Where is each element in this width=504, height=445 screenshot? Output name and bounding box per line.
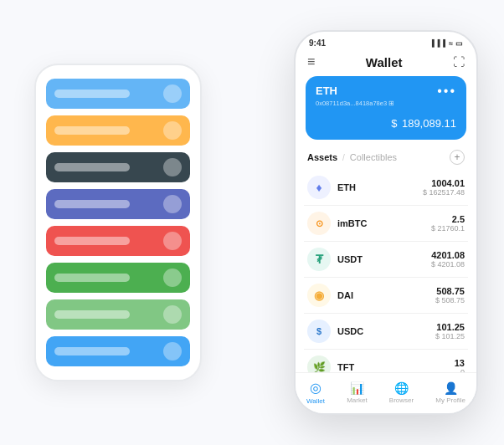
card-red[interactable] [46, 226, 190, 256]
market-nav-icon: 📊 [350, 381, 364, 395]
card-orange[interactable] [46, 115, 190, 146]
usdt-icon: ₮ [307, 248, 331, 271]
eth-name: ETH [337, 182, 416, 192]
eth-card-menu[interactable]: ••• [437, 84, 456, 98]
eth-currency-symbol: $ [391, 117, 397, 130]
nav-market[interactable]: 📊 Market [347, 381, 367, 404]
card-purple[interactable] [46, 189, 190, 219]
usdt-usd: $ 4201.08 [431, 260, 465, 269]
asset-list: ♦ ETH 1004.01 $ 162517.48 ⊙ imBTC 2.5 $ … [296, 170, 476, 372]
card-bar [54, 347, 130, 355]
dai-amount: 508.75 [435, 286, 465, 296]
eth-amount: 1004.01 [423, 178, 465, 188]
eth-amount-value: 189,089.11 [402, 117, 456, 130]
usdc-amount: 101.25 [435, 322, 465, 332]
card-icon [163, 121, 182, 140]
card-icon [163, 232, 182, 250]
tft-name: TFT [337, 362, 448, 372]
menu-icon[interactable]: ≡ [307, 54, 315, 69]
card-bar [54, 237, 130, 245]
dai-icon: ◉ [307, 284, 331, 307]
card-icon [163, 269, 182, 287]
asset-item-usdc[interactable]: $ USDC 101.25 $ 101.25 [304, 314, 468, 350]
battery-icon: ▭ [455, 39, 463, 48]
imbtc-amounts: 2.5 $ 21760.1 [431, 214, 465, 233]
assets-tabs: Assets / Collectibles [307, 152, 397, 162]
eth-amounts: 1004.01 $ 162517.48 [423, 178, 465, 197]
usdc-icon: $ [307, 320, 331, 343]
card-bar [54, 274, 130, 282]
wallet-nav-label: Wallet [306, 397, 325, 405]
status-bar: 9:41 ▐▐▐ ≈ ▭ [296, 32, 476, 51]
asset-item-tft[interactable]: 🌿 TFT 13 0 [304, 350, 468, 372]
eth-icon: ♦ [307, 176, 331, 199]
imbtc-name: imBTC [337, 218, 424, 228]
phone-header: ≡ Wallet ⛶ [296, 51, 476, 76]
usdt-amount: 4201.08 [431, 250, 465, 260]
tab-collectibles[interactable]: Collectibles [350, 152, 397, 162]
usdc-amounts: 101.25 $ 101.25 [435, 322, 465, 340]
usdt-amounts: 4201.08 $ 4201.08 [431, 250, 465, 269]
asset-item-imbtc[interactable]: ⊙ imBTC 2.5 $ 21760.1 [304, 206, 468, 242]
card-icon [163, 84, 182, 103]
eth-card-top: ETH ••• [316, 84, 456, 98]
status-icons: ▐▐▐ ≈ ▭ [429, 39, 463, 48]
bg-phone [34, 64, 202, 381]
card-blue[interactable] [46, 79, 190, 109]
eth-usd: $ 162517.48 [423, 188, 465, 197]
browser-nav-icon: 🌐 [394, 381, 409, 395]
eth-card-amount: $ 189,089.11 [316, 112, 456, 131]
tft-amounts: 13 0 [455, 358, 465, 372]
signal-icon: ▐▐▐ [429, 39, 446, 47]
asset-item-eth[interactable]: ♦ ETH 1004.01 $ 162517.48 [304, 170, 468, 206]
browser-nav-label: Browser [389, 396, 414, 404]
add-asset-button[interactable]: + [450, 150, 465, 165]
eth-card-title: ETH [316, 84, 337, 97]
card-lightblue[interactable] [46, 336, 190, 366]
asset-item-dai[interactable]: ◉ DAI 508.75 $ 508.75 [304, 278, 468, 314]
card-icon [163, 195, 182, 213]
profile-nav-icon: 👤 [444, 381, 458, 395]
card-bar [54, 90, 130, 98]
card-bar [54, 200, 130, 208]
imbtc-icon: ⊙ [307, 212, 331, 235]
dai-usd: $ 508.75 [435, 296, 465, 304]
usdt-name: USDT [337, 254, 424, 264]
tft-icon: 🌿 [307, 355, 331, 372]
scene: 9:41 ▐▐▐ ≈ ▭ ≡ Wallet ⛶ ETH ••• 0x08711d… [18, 18, 486, 427]
nav-browser[interactable]: 🌐 Browser [389, 381, 414, 404]
imbtc-amount: 2.5 [431, 214, 465, 224]
card-icon [163, 305, 182, 324]
card-bar [54, 126, 130, 135]
nav-wallet[interactable]: ◎ Wallet [306, 380, 325, 405]
nav-profile[interactable]: 👤 My Profile [435, 381, 465, 404]
card-icon [163, 158, 182, 176]
wifi-icon: ≈ [449, 39, 453, 48]
wallet-nav-icon: ◎ [310, 380, 321, 396]
asset-item-usdt[interactable]: ₮ USDT 4201.08 $ 4201.08 [304, 242, 468, 278]
tab-divider: / [342, 153, 345, 162]
imbtc-usd: $ 21760.1 [431, 224, 465, 233]
card-bar [54, 163, 130, 171]
bottom-nav: ◎ Wallet 📊 Market 🌐 Browser 👤 My Profile [296, 372, 476, 413]
usdc-usd: $ 101.25 [435, 332, 465, 340]
assets-header: Assets / Collectibles + [296, 148, 476, 170]
card-bar [54, 310, 130, 319]
card-green[interactable] [46, 263, 190, 293]
time-display: 9:41 [309, 38, 326, 48]
card-icon [163, 342, 182, 361]
usdc-name: USDC [337, 326, 429, 336]
fg-phone: 9:41 ▐▐▐ ≈ ▭ ≡ Wallet ⛶ ETH ••• 0x08711d… [294, 30, 478, 415]
expand-icon[interactable]: ⛶ [453, 55, 465, 69]
eth-card[interactable]: ETH ••• 0x08711d3a...8418a78e3 ⊞ $ 189,0… [306, 76, 466, 140]
dai-name: DAI [337, 290, 429, 300]
tab-assets[interactable]: Assets [307, 152, 337, 162]
eth-card-address: 0x08711d3a...8418a78e3 ⊞ [316, 100, 456, 107]
tft-amount: 13 [455, 358, 465, 368]
market-nav-label: Market [347, 396, 367, 404]
card-dark[interactable] [46, 152, 190, 182]
profile-nav-label: My Profile [435, 396, 465, 404]
dai-amounts: 508.75 $ 508.75 [435, 286, 465, 304]
card-lightgreen[interactable] [46, 299, 190, 330]
page-title: Wallet [366, 55, 403, 69]
